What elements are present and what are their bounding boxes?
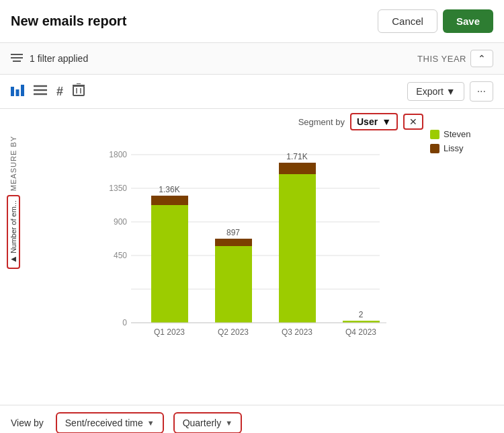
toolbar-icons: # <box>11 83 85 100</box>
svg-text:900: 900 <box>114 217 127 227</box>
svg-text:1.71K: 1.71K <box>286 152 307 161</box>
legend-color-steven <box>430 130 439 139</box>
y-axis-area: Measure by ▶ Number of em... <box>0 109 27 405</box>
legend-label-steven: Steven <box>444 129 470 139</box>
svg-text:2: 2 <box>359 310 364 319</box>
y-arrow-icon: ▶ <box>10 256 17 264</box>
hash-icon[interactable]: # <box>56 85 63 99</box>
period-label: THIS YEAR <box>417 54 466 64</box>
segment-row: Segment by User ▼ ✕ <box>27 113 423 130</box>
svg-text:Q2 2023: Q2 2023 <box>218 327 249 337</box>
bottom-controls: View by Sent/received time ▼ Quarterly ▼ <box>0 405 504 433</box>
svg-text:1350: 1350 <box>109 184 127 193</box>
header: New emails report Cancel Save <box>0 0 504 43</box>
bar-chart-icon[interactable] <box>11 84 24 100</box>
filter-right[interactable]: THIS YEAR ⌃ <box>417 50 493 67</box>
legend-item-steven: Steven <box>430 129 504 139</box>
filter-text: 1 filter applied <box>30 53 88 64</box>
svg-rect-3 <box>11 87 14 96</box>
save-button[interactable]: Save <box>443 9 493 33</box>
y-axis-dropdown[interactable]: ▶ Number of em... <box>7 195 20 269</box>
filter-icon <box>11 52 23 66</box>
header-buttons: Cancel Save <box>378 9 493 33</box>
bar-q1-lissy <box>151 196 188 205</box>
y-axis-label: Number of em... <box>9 200 17 253</box>
page-title: New emails report <box>11 13 126 29</box>
sent-received-label: Sent/received time <box>65 418 143 428</box>
sent-received-dropdown[interactable]: Sent/received time ▼ <box>56 412 164 433</box>
legend: Steven Lissy <box>430 129 504 153</box>
svg-text:1800: 1800 <box>109 150 127 159</box>
export-label: Export <box>416 86 443 97</box>
export-button[interactable]: Export ▼ <box>407 82 464 101</box>
bar-q2-lissy <box>215 239 252 246</box>
period-dropdown[interactable]: ⌃ <box>470 50 493 67</box>
svg-text:Q1 2023: Q1 2023 <box>154 327 185 337</box>
bar-chart: 1800 1350 900 450 0 1.36K Q1 2023 897 Q2… <box>34 148 497 390</box>
segment-chevron-icon: ▼ <box>382 116 391 127</box>
svg-text:Q3 2023: Q3 2023 <box>282 327 312 337</box>
quarterly-label: Quarterly <box>183 418 222 428</box>
segment-value: User <box>357 116 378 127</box>
filter-bar: 1 filter applied THIS YEAR ⌃ <box>0 43 504 75</box>
measure-by-label: Measure by <box>9 136 17 191</box>
cancel-button[interactable]: Cancel <box>378 9 437 33</box>
view-by-label: View by <box>11 418 44 428</box>
bar-q3-steven <box>279 174 316 323</box>
toolbar: # Export ▼ ··· <box>0 75 504 109</box>
svg-rect-5 <box>21 85 24 96</box>
svg-text:450: 450 <box>114 251 127 260</box>
chevron-up-icon: ⌃ <box>478 53 486 64</box>
chart-area: Measure by ▶ Number of em... Segment by … <box>0 109 504 405</box>
segment-dropdown[interactable]: User ▼ <box>350 113 398 130</box>
segment-clear-button[interactable]: ✕ <box>403 114 423 130</box>
delete-icon[interactable] <box>73 83 85 100</box>
toolbar-right: Export ▼ ··· <box>407 81 493 102</box>
bar-q1-steven <box>151 205 188 323</box>
svg-text:Q4 2023: Q4 2023 <box>345 327 376 337</box>
svg-text:0: 0 <box>122 318 127 327</box>
bar-q2-steven <box>215 246 252 323</box>
export-chevron-icon: ▼ <box>446 86 456 97</box>
sent-received-chevron-icon: ▼ <box>147 419 155 427</box>
svg-rect-4 <box>16 89 19 96</box>
legend-label-lissy: Lissy <box>444 143 464 153</box>
legend-color-lissy <box>430 144 439 153</box>
more-button[interactable]: ··· <box>470 81 493 102</box>
segment-by-label: Segment by <box>298 117 345 127</box>
legend-item-lissy: Lissy <box>430 143 504 153</box>
list-icon[interactable] <box>34 85 47 99</box>
filter-left: 1 filter applied <box>11 52 88 66</box>
svg-text:897: 897 <box>226 228 240 237</box>
svg-rect-9 <box>73 86 84 95</box>
svg-text:1.36K: 1.36K <box>159 185 179 194</box>
quarterly-dropdown[interactable]: Quarterly ▼ <box>173 412 242 433</box>
quarterly-chevron-icon: ▼ <box>225 419 233 427</box>
bar-q3-lissy <box>279 163 316 174</box>
chart-main: Segment by User ▼ ✕ 1800 1350 900 450 0 <box>27 109 504 405</box>
